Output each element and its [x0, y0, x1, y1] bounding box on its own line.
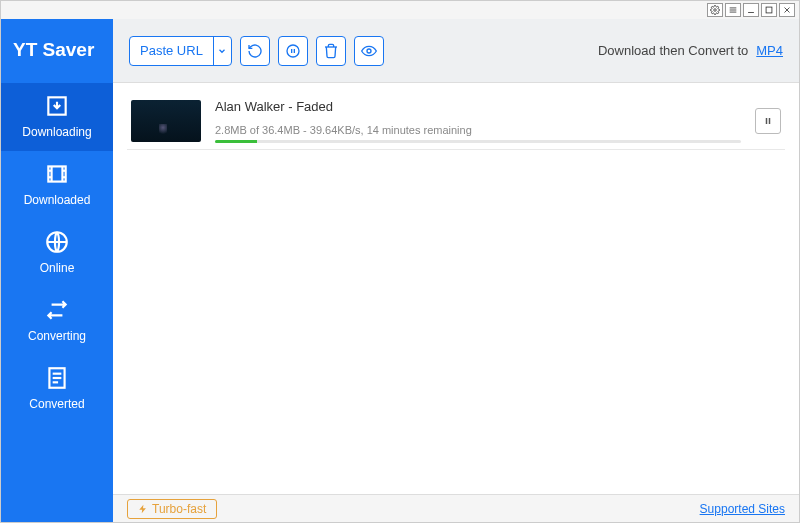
titlebar: [1, 1, 799, 19]
document-icon: [44, 365, 70, 391]
sidebar-item-downloaded[interactable]: Downloaded: [1, 151, 113, 219]
toolbar: Paste URL Download then Convert to MP4: [113, 19, 799, 83]
convert-label: Download then Convert to: [598, 43, 748, 58]
trash-icon: [323, 43, 339, 59]
download-item: Alan Walker - Faded 2.8MB of 36.4MB - 39…: [127, 93, 785, 150]
sidebar: YT Saver Downloading Downloaded Online C…: [1, 19, 113, 522]
lightning-icon: [138, 504, 148, 514]
close-button[interactable]: [779, 3, 795, 17]
sidebar-item-label: Downloading: [22, 125, 91, 139]
eye-icon: [361, 43, 377, 59]
sidebar-item-label: Converting: [28, 329, 86, 343]
download-title: Alan Walker - Faded: [215, 99, 741, 114]
app-logo: YT Saver: [1, 19, 113, 83]
sidebar-item-label: Converted: [29, 397, 84, 411]
paste-url-button[interactable]: Paste URL: [129, 36, 232, 66]
pause-all-button[interactable]: [278, 36, 308, 66]
convert-icon: [44, 297, 70, 323]
sidebar-item-converting[interactable]: Converting: [1, 287, 113, 355]
progress-fill: [215, 140, 257, 143]
sidebar-item-label: Online: [40, 261, 75, 275]
pause-icon: [285, 43, 301, 59]
svg-point-21: [287, 45, 299, 57]
svg-point-0: [714, 9, 717, 12]
paste-url-label: Paste URL: [130, 43, 213, 58]
film-icon: [44, 161, 70, 187]
progress-bar: [215, 140, 741, 143]
globe-icon: [44, 229, 70, 255]
thumbnail: [131, 100, 201, 142]
maximize-button[interactable]: [761, 3, 777, 17]
minimize-button[interactable]: [743, 3, 759, 17]
sidebar-item-label: Downloaded: [24, 193, 91, 207]
menu-button[interactable]: [725, 3, 741, 17]
svg-point-24: [367, 49, 371, 53]
refresh-icon: [247, 43, 263, 59]
format-select[interactable]: MP4: [756, 43, 783, 58]
download-icon: [44, 93, 70, 119]
preview-button[interactable]: [354, 36, 384, 66]
supported-sites-link[interactable]: Supported Sites: [700, 502, 785, 516]
delete-button[interactable]: [316, 36, 346, 66]
download-status: 2.8MB of 36.4MB - 39.64KB/s, 14 minutes …: [215, 124, 741, 136]
footer: Turbo-fast Supported Sites: [113, 494, 799, 522]
sidebar-item-downloading[interactable]: Downloading: [1, 83, 113, 151]
download-list: Alan Walker - Faded 2.8MB of 36.4MB - 39…: [113, 83, 799, 494]
sidebar-item-converted[interactable]: Converted: [1, 355, 113, 423]
turbo-label: Turbo-fast: [152, 502, 206, 516]
resume-all-button[interactable]: [240, 36, 270, 66]
turbo-fast-button[interactable]: Turbo-fast: [127, 499, 217, 519]
pause-item-button[interactable]: [755, 108, 781, 134]
settings-button[interactable]: [707, 3, 723, 17]
paste-url-dropdown[interactable]: [213, 37, 231, 65]
pause-icon: [762, 115, 774, 127]
svg-rect-5: [766, 7, 772, 13]
sidebar-item-online[interactable]: Online: [1, 219, 113, 287]
